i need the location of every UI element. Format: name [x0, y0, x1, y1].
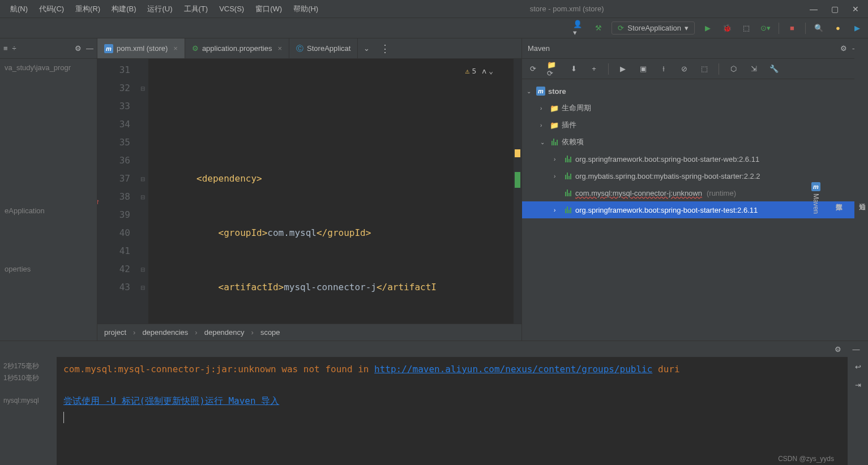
search-icon[interactable]: 🔍	[813, 22, 825, 35]
skip-tests-icon[interactable]: ⊘	[678, 63, 690, 75]
stop-icon[interactable]: ■	[786, 22, 798, 35]
fold-icon[interactable]: ⊟	[137, 278, 148, 296]
error-url-link[interactable]: http://maven.aliyun.com/nexus/content/gr…	[374, 364, 652, 374]
breadcrumb-item[interactable]: project	[104, 328, 126, 337]
menu-vcs[interactable]: VCS(S)	[213, 0, 250, 18]
gear-icon[interactable]: ⚙	[75, 44, 82, 53]
class-file-icon: Ⓒ	[296, 44, 303, 54]
menu-build[interactable]: 构建(B)	[106, 0, 142, 18]
toggle-icon[interactable]: ⫲	[657, 63, 670, 75]
console-side-icons: ↩ ⇥	[848, 357, 868, 465]
gear-icon[interactable]: ⚙	[832, 343, 844, 355]
tree-lifecycle[interactable]: › 📁 生命周期	[522, 100, 868, 117]
console-output[interactable]: com.mysql:mysql-connector-j:jar:unknown …	[57, 357, 848, 465]
collapse-arrow-icon[interactable]: ›	[540, 105, 547, 111]
tab-pom[interactable]: m pom.xml (store) ×	[97, 38, 185, 58]
right-tool-strip: 通知 数据库 mMaven	[854, 38, 868, 341]
maven-file-icon: m	[104, 44, 113, 53]
sidebar-item[interactable]: operties	[0, 262, 97, 275]
breadcrumb-item[interactable]: scope	[260, 328, 280, 337]
download-icon[interactable]: ⬇	[567, 63, 580, 75]
tab-label: StoreApplicat	[307, 44, 350, 53]
tree-dep-item[interactable]: › org.springframework.boot:spring-boot-s…	[522, 150, 868, 167]
gear-icon[interactable]: ⚙	[837, 42, 850, 55]
collapse-icon[interactable]: ÷	[12, 44, 16, 53]
menu-refactor[interactable]: 重构(R)	[70, 0, 106, 18]
main-toolbar: 👤▾ ⚒ ⟳ StoreApplication ▾ ▶ 🐞 ⬚ ⊙▾ ■ 🔍 ●…	[0, 18, 868, 38]
breadcrumb-item[interactable]: dependency	[204, 328, 245, 337]
tree-plugins[interactable]: › 📁 插件	[522, 117, 868, 134]
scroll-to-end-icon[interactable]: ⇥	[852, 378, 864, 391]
update-icon[interactable]: ●	[832, 22, 844, 35]
dependency-icon[interactable]: ⬡	[727, 63, 739, 75]
sidebar-item[interactable]: eApplication	[0, 204, 97, 217]
next-icon[interactable]: ⌄	[489, 62, 493, 80]
menu-nav[interactable]: 航(N)	[5, 0, 33, 18]
play-icon[interactable]: ▶	[851, 22, 863, 35]
fold-icon[interactable]: ⊟	[137, 188, 148, 206]
collapse-all-icon[interactable]: ⇲	[747, 63, 760, 75]
window-controls: — ▢ ✕	[810, 5, 863, 14]
code-area[interactable]: ⚠ 5 ʌ ⌄ <dependency> <groupId>com.mysql<…	[148, 59, 521, 324]
collapse-arrow-icon[interactable]: ›	[554, 173, 561, 179]
run-config-selector[interactable]: ⟳ StoreApplication ▾	[612, 21, 695, 35]
user-icon[interactable]: 👤▾	[573, 22, 585, 35]
library-icon	[563, 173, 573, 179]
prev-icon[interactable]: ʌ	[482, 62, 486, 80]
maven-toolbar: ⟳ 📁⟳ ⬇ + ▶ ▣ ⫲ ⊘ ⬚ ⬡ ⇲ 🔧	[522, 59, 868, 79]
collapse-arrow-icon[interactable]: ›	[540, 122, 547, 128]
run-maven-icon[interactable]: ▶	[617, 63, 629, 75]
execute-icon[interactable]: ▣	[637, 63, 649, 75]
menu-help[interactable]: 帮助(H)	[288, 0, 324, 18]
tree-dependencies[interactable]: ⌄ 依赖项	[522, 134, 868, 150]
library-icon	[563, 156, 573, 162]
run-icon[interactable]: ▶	[702, 22, 714, 35]
right-tab-notifications[interactable]: 通知	[856, 193, 868, 203]
profile-icon[interactable]: ⊙▾	[759, 22, 772, 35]
collapse-arrow-icon[interactable]: ›	[554, 207, 561, 213]
tab-label: pom.xml (store)	[117, 44, 168, 53]
tabs-dropdown-icon[interactable]: ⌄	[358, 44, 375, 53]
minimize-panel-icon[interactable]: —	[850, 343, 862, 355]
fold-icon[interactable]: ⊟	[137, 79, 148, 97]
right-tab-maven[interactable]: mMaven	[810, 178, 822, 218]
menu-tools[interactable]: 工具(T)	[178, 0, 214, 18]
collapse-arrow-icon[interactable]: ›	[554, 156, 561, 162]
sidebar-path[interactable]: va_study\java_progr	[0, 61, 97, 74]
fold-icon[interactable]: ⊟	[137, 170, 148, 188]
offline-icon[interactable]: ⬚	[698, 63, 711, 75]
generate-icon[interactable]: 📁⟳	[547, 63, 559, 75]
tab-properties[interactable]: ⚙ application.properties ×	[185, 38, 289, 58]
debug-icon[interactable]: 🐞	[721, 22, 733, 35]
minimize-icon[interactable]: —	[810, 5, 818, 14]
fold-icon[interactable]: ⊟	[137, 260, 148, 278]
tab-storeapp[interactable]: Ⓒ StoreApplicat	[289, 38, 358, 58]
close-icon[interactable]: ✕	[852, 5, 859, 14]
menu-window[interactable]: 窗口(W)	[250, 0, 288, 18]
close-tab-icon[interactable]: ×	[277, 44, 282, 53]
menu-run[interactable]: 运行(U)	[142, 0, 178, 18]
maximize-icon[interactable]: ▢	[831, 5, 839, 14]
editor-body[interactable]: 31 32 33 34 35 36 37 ⬤↑38 39 40 41 42 43…	[97, 59, 521, 324]
right-tab-database[interactable]: 数据库	[833, 193, 845, 203]
expand-icon[interactable]: ≡	[3, 44, 8, 53]
soft-wrap-icon[interactable]: ↩	[852, 360, 864, 373]
menubar: 航(N) 代码(C) 重构(R) 构建(B) 运行(U) 工具(T) VCS(S…	[0, 0, 868, 18]
reload-icon[interactable]: ⟳	[527, 63, 539, 75]
hammer-icon[interactable]: ⚒	[592, 22, 605, 35]
sidebar-header: ≡ ÷ ⚙ —	[0, 38, 97, 59]
wrench-icon[interactable]: 🔧	[768, 63, 780, 75]
expand-arrow-icon[interactable]: ⌄	[540, 139, 547, 145]
inspection-badge[interactable]: ⚠ 5 ʌ ⌄	[465, 62, 493, 80]
expand-arrow-icon[interactable]: ⌄	[527, 88, 533, 94]
breadcrumb-item[interactable]: dependencies	[142, 328, 188, 337]
close-tab-icon[interactable]: ×	[173, 44, 178, 53]
minimize-sidebar-icon[interactable]: —	[86, 44, 93, 53]
hint-link[interactable]: 尝试使用 -U 标记(强制更新快照)运行 Maven 导入	[63, 395, 279, 406]
more-tabs-icon[interactable]: ⋮	[375, 42, 395, 55]
coverage-icon[interactable]: ⬚	[740, 22, 752, 35]
breadcrumbs: project › dependencies › dependency › sc…	[97, 324, 521, 341]
add-icon[interactable]: +	[588, 63, 600, 75]
tree-root[interactable]: ⌄ m store	[522, 83, 868, 100]
menu-code[interactable]: 代码(C)	[33, 0, 70, 18]
